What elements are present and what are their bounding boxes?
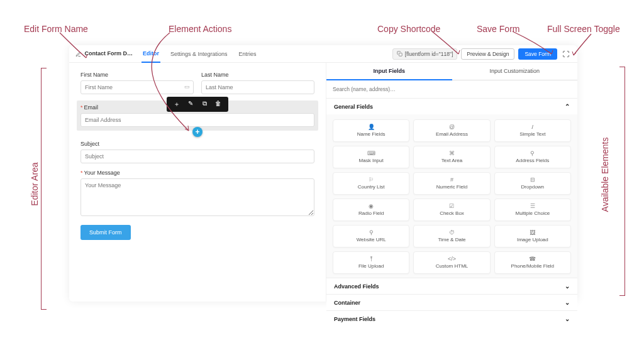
save-button[interactable]: Save Form: [518, 48, 557, 60]
field-card-label: Image Upload: [517, 237, 548, 242]
field-card[interactable]: 🖼Image Upload: [494, 225, 571, 248]
bracket-right: [625, 67, 625, 296]
search-fields-row: [326, 80, 577, 98]
field-card-label: Phone/Mobile Field: [511, 263, 554, 269]
chevron-down-icon: ⌄: [565, 315, 570, 322]
preview-button[interactable]: Preview & Design: [461, 48, 514, 60]
field-card-label: Name Fields: [357, 131, 386, 137]
action-copy-icon[interactable]: ⧉: [201, 100, 208, 109]
field-email-selected[interactable]: *Email ＋ ✎ ⧉ 🗑 +: [77, 101, 318, 131]
annotation-edit-form-name: Edit Form Name: [24, 24, 88, 34]
field-icon: ⚲: [369, 230, 374, 236]
annotation-editor-area: Editor Area: [30, 162, 40, 205]
email-input[interactable]: [80, 113, 314, 127]
field-card-label: Custom HTML: [436, 263, 469, 269]
field-card[interactable]: 𝐼Simple Text: [494, 119, 571, 142]
annotation-element-actions: Element Actions: [169, 24, 231, 34]
field-card[interactable]: ⚲Website URL: [333, 225, 409, 248]
submit-button[interactable]: Submit Form: [80, 225, 131, 240]
field-icon: #: [450, 177, 453, 183]
fullscreen-icon: [562, 50, 570, 58]
elements-panel: Input Fields Input Customization General…: [326, 63, 577, 302]
field-icon: ⭱: [369, 256, 374, 262]
field-card[interactable]: ⚲Address Fields: [494, 146, 571, 168]
tab-editor[interactable]: Editor: [142, 45, 160, 63]
field-last-name[interactable]: Last Name: [201, 72, 314, 94]
bracket-left: [41, 68, 42, 310]
section-container[interactable]: Container ⌄: [326, 294, 577, 310]
top-bar: Contact Form D… Editor Settings & Integr…: [69, 45, 577, 63]
field-icon: ⌘: [449, 151, 455, 156]
field-icon: 👤: [368, 124, 375, 130]
section-advanced[interactable]: Advanced Fields ⌄: [326, 278, 577, 294]
field-icon: ⌨: [367, 151, 375, 156]
field-grid: 👤Name Fields@Email Address𝐼Simple Text⌨M…: [326, 114, 577, 278]
field-card-label: Dropdown: [521, 184, 544, 190]
panel-tab-customization[interactable]: Input Customization: [452, 63, 578, 80]
first-name-label: First Name: [80, 72, 194, 78]
field-card[interactable]: #Numeric Field: [413, 172, 490, 195]
section-payment[interactable]: Payment Fields ⌄: [326, 310, 577, 327]
search-fields-input[interactable]: [333, 84, 571, 95]
editor-area[interactable]: First Name ▭ Last Name *Email ＋ ✎: [69, 63, 326, 302]
field-card[interactable]: ⌨Mask Input: [333, 146, 409, 168]
field-card[interactable]: 👤Name Fields: [333, 119, 409, 142]
field-card[interactable]: ⏱Time & Date: [413, 225, 490, 248]
action-delete-icon[interactable]: 🗑: [214, 100, 222, 109]
field-icon: ☎: [529, 256, 536, 262]
field-card-label: Numeric Field: [436, 184, 467, 190]
field-card-label: Text Area: [441, 158, 462, 163]
field-card[interactable]: ◉Radio Field: [333, 199, 409, 221]
form-name[interactable]: Contact Form D…: [75, 50, 133, 57]
fullscreen-button[interactable]: [561, 49, 571, 59]
copy-icon: [397, 51, 402, 57]
form-builder-app: Contact Form D… Editor Settings & Integr…: [69, 45, 577, 302]
field-card[interactable]: ⭱File Upload: [333, 251, 409, 274]
field-first-name[interactable]: First Name ▭: [80, 72, 194, 94]
action-add-icon[interactable]: ＋: [173, 100, 180, 109]
card-icon: ▭: [184, 84, 190, 90]
field-card-label: Website URL: [357, 237, 386, 242]
field-card[interactable]: @Email Address: [413, 119, 490, 142]
field-icon: ⏱: [449, 230, 455, 236]
field-card-label: Simple Text: [519, 131, 545, 137]
field-icon: 🖼: [530, 230, 535, 236]
field-card-label: Mask Input: [359, 158, 384, 163]
field-icon: ⚲: [530, 151, 535, 156]
field-card[interactable]: ⊟Dropdown: [494, 172, 571, 195]
add-field-dot[interactable]: +: [192, 127, 203, 137]
field-card-label: Multiple Choice: [515, 210, 550, 216]
field-card[interactable]: ☰Multiple Choice: [494, 199, 571, 221]
chevron-down-icon: ⌄: [565, 283, 570, 290]
field-message[interactable]: *Your Message: [80, 170, 314, 217]
svg-rect-0: [399, 53, 402, 56]
section-general[interactable]: General Fields ⌃: [326, 98, 577, 114]
message-label: *Your Message: [80, 170, 314, 176]
annotation-save-form: Save Form: [477, 24, 519, 34]
first-name-input[interactable]: [80, 80, 194, 94]
chevron-up-icon: ⌃: [565, 103, 570, 110]
field-card[interactable]: ☎Phone/Mobile Field: [494, 251, 571, 274]
annotation-copy-shortcode: Copy Shortcode: [377, 24, 440, 34]
field-card[interactable]: ☑Check Box: [413, 199, 490, 221]
field-card-label: Country List: [358, 184, 385, 190]
field-icon: ⊟: [530, 177, 535, 183]
field-subject[interactable]: Subject: [80, 141, 314, 163]
panel-tab-input-fields[interactable]: Input Fields: [326, 63, 452, 80]
annotation-fullscreen-toggle: Full Screen Toggle: [547, 24, 620, 34]
subject-input[interactable]: [80, 150, 314, 163]
field-card-label: Address Fields: [516, 158, 549, 163]
field-icon: ☑: [449, 204, 454, 209]
message-input[interactable]: [80, 178, 314, 216]
action-edit-icon[interactable]: ✎: [187, 100, 194, 109]
element-actions-popup: ＋ ✎ ⧉ 🗑: [167, 97, 228, 112]
field-card[interactable]: ⚐Country List: [333, 172, 409, 195]
tab-entries[interactable]: Entries: [238, 45, 258, 63]
chevron-down-icon: ⌄: [565, 299, 570, 306]
field-card-label: Check Box: [440, 210, 464, 216]
tab-settings[interactable]: Settings & Integrations: [169, 45, 229, 63]
field-card[interactable]: </>Custom HTML: [413, 251, 490, 274]
shortcode-box[interactable]: [fluentform id="118"]: [392, 48, 458, 60]
last-name-input[interactable]: [201, 80, 314, 94]
field-card[interactable]: ⌘Text Area: [413, 146, 490, 168]
